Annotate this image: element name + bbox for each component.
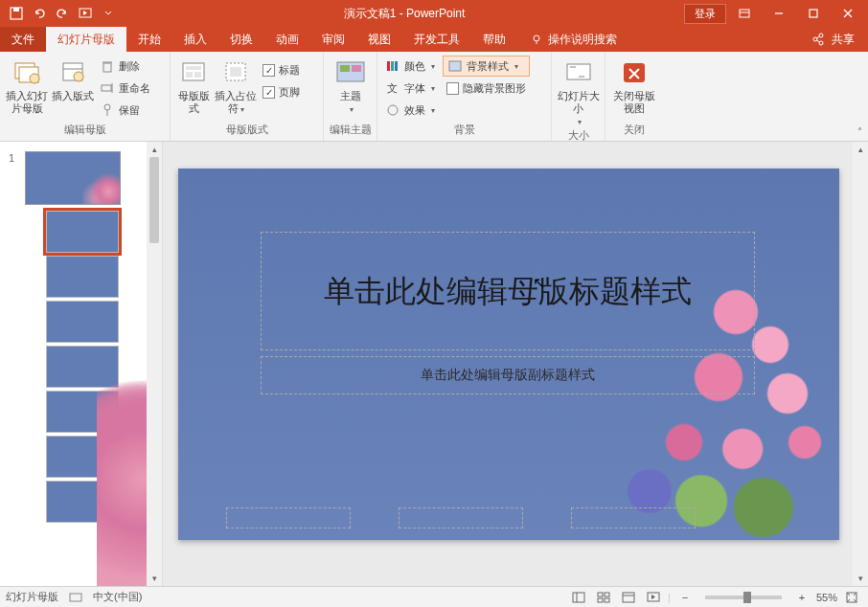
insert-layout-button[interactable]: 插入版式 [50, 54, 96, 102]
thumb-layout-2[interactable] [46, 256, 119, 298]
theme-icon [335, 57, 366, 88]
accessibility-icon [68, 590, 83, 605]
close-master-view-button[interactable]: 关闭母版视图 [609, 54, 659, 115]
svg-point-23 [104, 104, 110, 110]
tab-transitions[interactable]: 切换 [218, 27, 264, 52]
zoom-out-button[interactable]: − [674, 589, 696, 606]
group-edit-master: 插入幻灯片母版 插入版式 删除 重命名 保留 编辑母版 [0, 52, 171, 141]
share-button[interactable]: 共享 [811, 27, 868, 52]
zoom-in-button[interactable]: + [791, 589, 812, 606]
qat-customize-button[interactable] [98, 3, 119, 24]
collapse-ribbon-button[interactable]: ˄ [857, 126, 862, 137]
tab-help[interactable]: 帮助 [471, 27, 517, 52]
scroll-up-icon[interactable]: ▴ [853, 142, 868, 157]
insert-slide-master-button[interactable]: 插入幻灯片母版 [4, 54, 50, 115]
title-bar-right: 登录 [684, 2, 868, 25]
start-from-beginning-button[interactable] [75, 3, 96, 24]
insert-layout-icon [57, 57, 88, 88]
svg-rect-34 [387, 61, 390, 71]
slide-size-icon [563, 57, 594, 88]
delete-button[interactable]: 删除 [96, 56, 154, 77]
thumb-layout-1[interactable] [46, 211, 119, 253]
tab-insert[interactable]: 插入 [172, 27, 218, 52]
colors-button[interactable]: 颜色▾ [381, 56, 439, 77]
svg-rect-5 [810, 10, 817, 17]
svg-rect-27 [186, 72, 193, 78]
svg-line-12 [817, 40, 820, 42]
slide-sorter-view-button[interactable] [593, 589, 614, 606]
ribbon-options-button[interactable] [728, 2, 761, 25]
slide-master-canvas[interactable]: 单击此处编辑母版标题样式 单击此处编辑母版副标题样式 ↖ [178, 169, 839, 540]
fonts-button[interactable]: 文字体▾ [381, 78, 439, 99]
status-language[interactable]: 中文(中国) [93, 590, 142, 604]
minimize-button[interactable] [763, 2, 795, 25]
subtitle-placeholder[interactable]: 单击此处编辑母版副标题样式 [261, 356, 755, 394]
tab-file[interactable]: 文件 [0, 27, 46, 52]
group-label-background: 背景 [381, 123, 547, 139]
preserve-icon [100, 102, 115, 118]
footer-checkbox[interactable]: ✓页脚 [259, 81, 304, 102]
title-placeholder[interactable]: 单击此处编辑母版标题样式 [261, 232, 755, 350]
slideshow-view-button[interactable] [643, 589, 664, 606]
tab-animations[interactable]: 动画 [264, 27, 310, 52]
footer-placeholder[interactable] [399, 507, 523, 528]
login-button[interactable]: 登录 [684, 4, 726, 24]
thumbnail-pane[interactable]: 1 ▴ ▾ [0, 142, 163, 586]
checkbox-checked-icon: ✓ [263, 64, 275, 77]
insert-placeholder-button[interactable]: 插入占位符▾ [213, 54, 259, 116]
group-background: 颜色▾ 文字体▾ 效果▾ 背景样式▾ 隐藏背景图形 背景 [377, 52, 552, 141]
slide-number-placeholder[interactable] [571, 507, 696, 528]
tab-view[interactable]: 视图 [356, 27, 402, 52]
canvas-scrollbar-vertical[interactable]: ▴ ▾ [853, 142, 868, 586]
svg-rect-42 [70, 594, 81, 601]
effects-button[interactable]: 效果▾ [381, 100, 439, 121]
save-button[interactable] [6, 3, 27, 24]
rename-button[interactable]: 重命名 [96, 78, 154, 99]
group-edit-theme: 主题▾ 编辑主题 [324, 52, 377, 141]
workspace: 1 ▴ ▾ 单击此处编辑母版标题样式 单击此处编辑母版副标题样式 ↖ ▴ ▾ [0, 142, 868, 586]
zoom-slider-handle[interactable] [743, 592, 751, 603]
tab-developer[interactable]: 开发工具 [402, 27, 471, 52]
scroll-down-icon[interactable]: ▾ [853, 571, 868, 586]
thumb-layout-7[interactable] [46, 481, 119, 523]
svg-rect-1 [13, 8, 19, 11]
group-label-edit-theme: 编辑主题 [328, 123, 373, 139]
ribbon: 插入幻灯片母版 插入版式 删除 重命名 保留 编辑母版 母版版式 插入占位符▾ [0, 52, 868, 142]
hide-background-checkbox[interactable]: 隐藏背景图形 [443, 78, 530, 99]
normal-view-button[interactable] [568, 589, 589, 606]
accessibility-indicator[interactable] [68, 590, 83, 605]
fonts-icon: 文 [385, 80, 400, 96]
thumb-slide-master[interactable]: 1 [25, 151, 121, 205]
maximize-button[interactable] [797, 2, 830, 25]
chevron-down-icon: ▾ [350, 105, 354, 114]
scrollbar-thumb[interactable] [149, 157, 159, 243]
theme-button[interactable]: 主题▾ [328, 54, 373, 116]
tab-home[interactable]: 开始 [126, 27, 172, 52]
master-layout-button[interactable]: 母版版式 [174, 54, 213, 115]
slide-size-button[interactable]: 幻灯片大小▾ [556, 54, 601, 128]
slide-canvas-area[interactable]: 单击此处编辑母版标题样式 单击此处编辑母版副标题样式 ↖ ▴ ▾ [163, 142, 868, 586]
thumbnail-scrollbar[interactable]: ▴ ▾ [147, 142, 162, 586]
tab-slide-master[interactable]: 幻灯片母版 [46, 27, 126, 52]
svg-point-15 [30, 74, 39, 83]
preserve-button[interactable]: 保留 [96, 100, 154, 121]
date-placeholder[interactable] [226, 507, 351, 528]
svg-line-11 [817, 36, 820, 38]
svg-rect-45 [598, 593, 603, 596]
tell-me-search[interactable]: 操作说明搜索 [517, 27, 628, 52]
tab-review[interactable]: 审阅 [310, 27, 356, 52]
checkbox-checked-icon: ✓ [263, 86, 275, 99]
scroll-up-icon[interactable]: ▴ [147, 142, 162, 157]
undo-button[interactable] [29, 3, 50, 24]
svg-point-38 [388, 105, 398, 115]
reading-view-button[interactable] [618, 589, 639, 606]
scroll-down-icon[interactable]: ▾ [147, 571, 162, 586]
background-styles-button[interactable]: 背景样式▾ [443, 56, 530, 77]
zoom-slider[interactable] [705, 596, 782, 599]
fit-to-window-button[interactable] [841, 589, 862, 606]
redo-button[interactable] [52, 3, 73, 24]
zoom-level[interactable]: 55% [816, 592, 837, 603]
close-button[interactable] [832, 2, 864, 25]
insert-slide-master-icon [11, 57, 42, 88]
title-checkbox[interactable]: ✓标题 [259, 59, 304, 80]
